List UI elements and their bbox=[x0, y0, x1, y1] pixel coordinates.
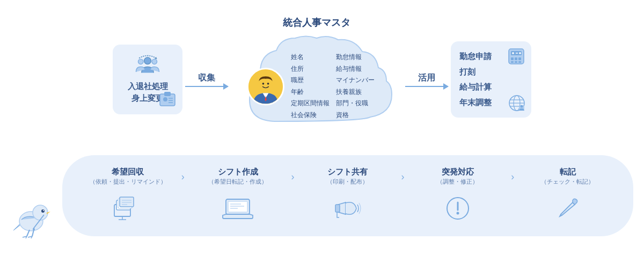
svg-rect-17 bbox=[515, 57, 517, 60]
info-item: マイナンバー bbox=[336, 75, 375, 86]
collect-label: 収集 bbox=[198, 72, 215, 84]
info-item: 社会保険 bbox=[291, 110, 330, 121]
svg-rect-60 bbox=[228, 201, 247, 212]
pencil-icon bbox=[554, 195, 581, 222]
step-item-2: シフト作成 （希望日転記・作成） bbox=[188, 167, 288, 186]
svg-point-13 bbox=[267, 83, 269, 85]
step-title-4: 突発対応 bbox=[442, 167, 474, 177]
info-item: 職歴 bbox=[291, 75, 330, 86]
step-arrow-4: › bbox=[507, 170, 518, 183]
arrow-line bbox=[185, 86, 228, 87]
info-item: 資格 bbox=[336, 110, 375, 121]
step-item-3: シフト共有 （印刷・配布） bbox=[298, 167, 398, 186]
svg-rect-5 bbox=[164, 92, 171, 96]
megaphone-icon bbox=[333, 195, 362, 222]
icon-item-1 bbox=[78, 192, 178, 224]
svg-point-6 bbox=[163, 97, 167, 101]
main-container: 入退社処理 身上変更 収集 統合人事マスタ bbox=[0, 0, 644, 276]
bird-icon bbox=[11, 185, 54, 238]
bottom-section: 希望回収 （依頼・提出・リマインド） › シフト作成 （希望日転記・作成） › … bbox=[11, 152, 633, 238]
svg-point-35 bbox=[33, 205, 48, 220]
step-title-5: 転記 bbox=[560, 167, 576, 177]
svg-rect-18 bbox=[518, 57, 521, 60]
calculator-icon bbox=[507, 47, 526, 66]
info-item: 姓名 bbox=[291, 52, 330, 63]
workflow-icons bbox=[78, 192, 617, 224]
svg-point-37 bbox=[43, 210, 44, 211]
svg-rect-16 bbox=[511, 57, 514, 60]
info-item: 給与情報 bbox=[336, 64, 375, 75]
svg-rect-20 bbox=[515, 61, 517, 63]
step-item-1: 希望回収 （依頼・提出・リマインド） bbox=[78, 167, 178, 186]
step-sub-2: （希望日転記・作成） bbox=[208, 178, 267, 186]
cloud-shape: 姓名勤怠情報 住所給与情報 職歴マイナンバー 年齢扶養親族 定期区間情報部門・役… bbox=[233, 30, 400, 143]
avatar-container bbox=[247, 52, 284, 120]
info-item: 定期区間情報 bbox=[291, 99, 330, 110]
svg-point-12 bbox=[262, 83, 265, 85]
info-item: 住所 bbox=[291, 64, 330, 75]
svg-point-45 bbox=[33, 228, 35, 230]
workflow-steps: 希望回収 （依頼・提出・リマインド） › シフト作成 （希望日転記・作成） › … bbox=[78, 167, 617, 186]
svg-point-67 bbox=[456, 212, 459, 214]
right-arrow-line bbox=[405, 86, 448, 87]
svg-rect-52 bbox=[120, 197, 134, 207]
top-section: 入退社処理 身上変更 収集 統合人事マスタ bbox=[11, 16, 633, 143]
utilize-arrow: 活用 bbox=[402, 72, 451, 87]
step-arrow-3: › bbox=[397, 170, 408, 183]
icon-item-5 bbox=[518, 192, 617, 224]
step-item-4: 突発対応 （調整・修正） bbox=[408, 167, 507, 186]
step-title-1: 希望回収 bbox=[112, 167, 144, 177]
icon-item-3 bbox=[298, 192, 398, 224]
step-sub-5: （チェック・転記） bbox=[541, 178, 594, 186]
icon-item-4 bbox=[408, 192, 507, 224]
left-box: 入退社処理 身上変更 bbox=[113, 45, 182, 114]
step-title-3: シフト共有 bbox=[327, 167, 368, 177]
info-item: 部門・役職 bbox=[336, 99, 375, 110]
svg-point-1 bbox=[138, 59, 143, 64]
svg-rect-21 bbox=[518, 61, 521, 63]
step-title-2: シフト作成 bbox=[218, 167, 258, 177]
step-sub-4: （調整・修正） bbox=[437, 178, 478, 186]
laptop-icon bbox=[222, 195, 254, 222]
step-arrow-2: › bbox=[288, 170, 298, 183]
info-item: 扶養親族 bbox=[336, 87, 375, 98]
people-icon bbox=[135, 55, 160, 76]
svg-point-33 bbox=[521, 105, 523, 108]
bird-container bbox=[11, 152, 54, 238]
right-box-text: 勤怠申請 打刻 給与計算 年末調整 bbox=[459, 49, 492, 110]
utilize-label: 活用 bbox=[418, 72, 435, 84]
info-item: 年齢 bbox=[291, 87, 330, 98]
svg-point-2 bbox=[152, 59, 157, 64]
info-item: 勤怠情報 bbox=[336, 52, 375, 63]
step-sub-1: （依頼・提出・リマインド） bbox=[90, 178, 166, 186]
svg-rect-64 bbox=[335, 205, 340, 212]
svg-marker-3 bbox=[155, 57, 157, 59]
info-grid: 姓名勤怠情報 住所給与情報 職歴マイナンバー 年齢扶養親族 定期区間情報部門・役… bbox=[291, 52, 375, 120]
cloud-content: 姓名勤怠情報 住所給与情報 職歴マイナンバー 年齢扶養親族 定期区間情報部門・役… bbox=[247, 52, 386, 120]
svg-point-36 bbox=[41, 209, 45, 213]
right-box: 勤怠申請 打刻 給与計算 年末調整 bbox=[451, 41, 531, 118]
svg-rect-19 bbox=[511, 61, 514, 63]
cloud-title: 統合人事マスタ bbox=[283, 16, 350, 29]
step-item-5: 転記 （チェック・転記） bbox=[518, 167, 617, 186]
avatar-circle bbox=[247, 68, 284, 105]
collect-arrow: 収集 bbox=[182, 72, 231, 87]
workflow-box: 希望回収 （依頼・提出・リマインド） › シフト作成 （希望日転記・作成） › … bbox=[62, 155, 633, 236]
svg-point-0 bbox=[144, 57, 151, 64]
id-badge-icon bbox=[158, 90, 177, 109]
alert-icon bbox=[444, 195, 471, 222]
icon-item-2 bbox=[188, 192, 288, 224]
cloud-container: 統合人事マスタ bbox=[231, 16, 402, 143]
form-collect-icon bbox=[113, 195, 143, 222]
step-sub-3: （印刷・配布） bbox=[327, 178, 368, 186]
globe-icon bbox=[507, 93, 527, 113]
step-arrow-1: › bbox=[178, 170, 188, 183]
